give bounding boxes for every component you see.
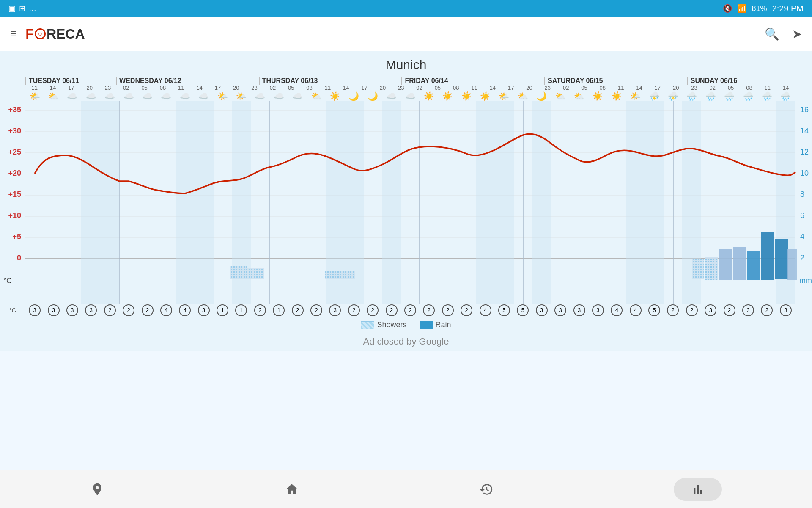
ad-closed-message: Ad closed by Google	[0, 332, 812, 351]
wi-25: 🌤️	[495, 91, 513, 101]
wi-33: ⛈️	[645, 91, 664, 101]
wind-12: 2	[251, 304, 269, 316]
wi-26: ⛅	[513, 91, 532, 101]
hour-08f: 08	[740, 85, 758, 91]
wind-26: 5	[513, 304, 532, 316]
wind-30: 3	[589, 304, 607, 316]
wi-0: 🌤️	[25, 91, 44, 101]
nav-home[interactable]	[285, 482, 299, 497]
nav-location[interactable]	[90, 482, 104, 497]
wind-23: 2	[457, 304, 476, 316]
wi-24: ☀️	[476, 91, 494, 101]
home-nav-icon	[285, 482, 299, 497]
hour-02b: 02	[117, 85, 135, 91]
day-labels: TUESDAY 06/11 WEDNESDAY 06/12 THURSDAY 0…	[25, 77, 812, 85]
day-sunday: SUNDAY 06/16	[687, 77, 795, 85]
wi-22: ☀️	[439, 91, 457, 101]
wi-31: ☀️	[607, 91, 626, 101]
svg-rect-27	[645, 101, 664, 304]
battery-label: 81%	[752, 4, 767, 13]
wind-1: 3	[44, 304, 63, 316]
hour-20a: 20	[80, 85, 99, 91]
wi-35: 🌧️	[683, 91, 701, 101]
bottom-nav	[0, 470, 812, 508]
navigation-button[interactable]: ➤	[792, 27, 802, 41]
status-bar-left: ▣ ⊞ …	[8, 4, 36, 13]
hour-23d: 23	[538, 85, 557, 91]
status-bar-right: 🔇 📶 81% 2:29 PM	[723, 4, 804, 14]
mute-icon: 🔇	[723, 4, 732, 13]
svg-text:+10: +10	[8, 211, 21, 220]
wind-17: 2	[345, 304, 363, 316]
wi-12: ☁️	[251, 91, 269, 101]
wind-27: 3	[532, 304, 551, 316]
svg-rect-56	[747, 251, 760, 280]
wind-19: 2	[382, 304, 401, 316]
nav-charts[interactable]	[674, 478, 722, 501]
svg-text:+20: +20	[8, 169, 21, 177]
hour-11b: 11	[172, 85, 190, 91]
menu-button[interactable]: ≡	[10, 27, 17, 41]
hour-cells: 11 14 17 20 23 02 05 08 11 14 17 20 23 0…	[25, 85, 812, 91]
hour-23e: 23	[685, 85, 703, 91]
hour-11e: 11	[612, 85, 630, 91]
wind-28: 3	[551, 304, 570, 316]
chart-legend: Showers Rain	[0, 318, 812, 332]
wi-4: ☁️	[101, 91, 119, 101]
city-title: Munich	[0, 51, 812, 75]
svg-text:4: 4	[800, 232, 804, 241]
svg-rect-57	[761, 232, 774, 280]
wind-5: 2	[119, 304, 138, 316]
svg-rect-52	[325, 271, 340, 279]
legend-rain: Rain	[420, 320, 451, 329]
hour-02f: 02	[703, 85, 721, 91]
wi-11: 🌤️	[232, 91, 250, 101]
svg-text:10: 10	[800, 169, 809, 177]
wi-19: ☁️	[382, 91, 401, 101]
weather-icons: 🌤️ ⛅ ☁️ ☁️ ☁️ ☁️ ☁️ ☁️ ☁️ ☁️ 🌤️ 🌤️ ☁️ ☁️…	[25, 91, 812, 101]
wind-37: 2	[720, 304, 738, 316]
hour-05d: 05	[428, 85, 447, 91]
svg-text:14: 14	[800, 127, 809, 135]
wind-11: 1	[232, 304, 250, 316]
hour-17d: 17	[502, 85, 520, 91]
wind-20: 2	[401, 304, 420, 316]
hour-08e: 08	[593, 85, 612, 91]
wind-25: 5	[495, 304, 513, 316]
svg-rect-26	[626, 101, 645, 304]
wi-23: ☀️	[457, 91, 476, 101]
hour-23b: 23	[245, 85, 263, 91]
day-wednesday: WEDNESDAY 06/12	[116, 77, 259, 85]
svg-text:+30: +30	[8, 127, 21, 135]
time-display: 2:29 PM	[772, 4, 804, 14]
svg-rect-25	[532, 101, 551, 304]
hour-11c: 11	[318, 85, 337, 91]
hour-11d: 11	[465, 85, 483, 91]
weather-icons-row: 🌤️ ⛅ ☁️ ☁️ ☁️ ☁️ ☁️ ☁️ ☁️ ☁️ 🌤️ 🌤️ ☁️ ☁️…	[0, 91, 812, 101]
search-button[interactable]: 🔍	[765, 27, 779, 41]
day-headers-row: TUESDAY 06/11 WEDNESDAY 06/12 THURSDAY 0…	[0, 75, 812, 85]
wi-40: 🌧️	[776, 91, 795, 101]
wi-28: ⛅	[551, 91, 570, 101]
svg-rect-61	[692, 259, 704, 279]
hour-08b: 08	[154, 85, 172, 91]
logo: F○RECA	[25, 26, 85, 42]
wi-17: 🌙	[345, 91, 363, 101]
wi-8: ☁️	[176, 91, 194, 101]
wind-3: 3	[82, 304, 100, 316]
nav-history[interactable]	[479, 482, 494, 497]
main-content: Munich TUESDAY 06/11 WEDNESDAY 06/12 THU…	[0, 51, 812, 351]
wind-2: 3	[63, 304, 82, 316]
charts-nav-icon	[691, 482, 705, 497]
wind-21: 2	[420, 304, 438, 316]
svg-text:+35: +35	[8, 105, 21, 114]
wi-39: 🌧️	[757, 91, 776, 101]
wi-27: 🌙	[532, 91, 551, 101]
hour-14c: 14	[337, 85, 355, 91]
temperature-chart: +35 +30 +25 +20 +15 +10 +5 0 °C 16 14 12…	[0, 101, 812, 304]
wi-34: ⛈️	[664, 91, 682, 101]
wind-10: 1	[213, 304, 232, 316]
hour-20e: 20	[667, 85, 685, 91]
hours-row: 11 14 17 20 23 02 05 08 11 14 17 20 23 0…	[0, 85, 812, 91]
svg-text:mm: mm	[799, 276, 812, 285]
